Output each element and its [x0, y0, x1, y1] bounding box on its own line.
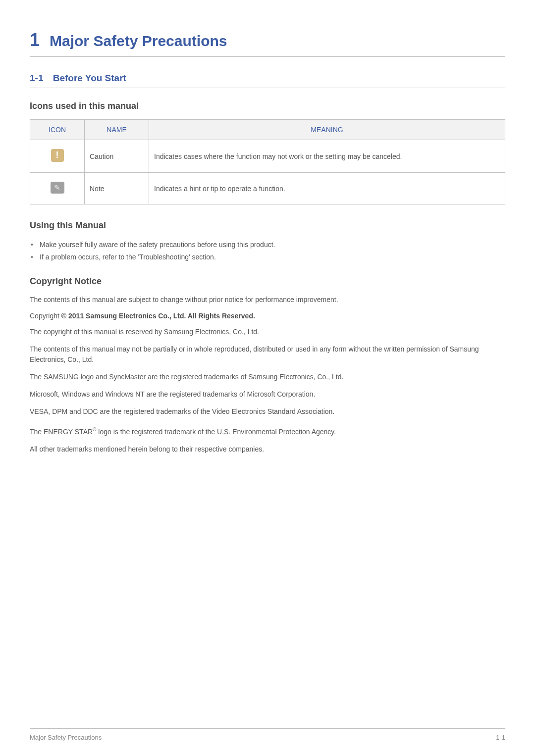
chapter-title: 1 Major Safety Precautions: [30, 30, 505, 57]
list-item: If a problem occurs, refer to the 'Troub…: [30, 251, 505, 263]
icon-cell-caution: [30, 140, 85, 173]
energy-star-post: logo is the registered trademark of the …: [96, 428, 336, 436]
table-row: Note Indicates a hint or tip to operate …: [30, 173, 505, 204]
copyright-section: Copyright Notice The contents of this ma…: [30, 276, 505, 454]
copyright-prefix: Copyright: [30, 312, 61, 320]
header-meaning: MEANING: [149, 120, 505, 140]
copyright-para: VESA, DPM and DDC are the registered tra…: [30, 406, 505, 417]
name-cell: Caution: [85, 140, 149, 173]
copyright-intro: The contents of this manual are subject …: [30, 295, 505, 305]
trademarks-trailing: All other trademarks mentioned herein be…: [30, 444, 505, 454]
copyright-heading: Copyright Notice: [30, 276, 505, 287]
copyright-symbol: ©: [61, 312, 66, 320]
meaning-cell: Indicates a hint or tip to operate a fun…: [149, 173, 505, 204]
page-footer: Major Safety Precautions 1-1: [30, 728, 505, 741]
copyright-line: Copyright © 2011 Samsung Electronics Co.…: [30, 312, 505, 320]
table-header-row: ICON NAME MEANING: [30, 120, 505, 140]
name-cell: Note: [85, 173, 149, 204]
using-manual-section: Using this Manual Make yourself fully aw…: [30, 220, 505, 263]
note-icon: [51, 182, 64, 194]
copyright-para: The contents of this manual may not be p…: [30, 344, 505, 365]
icons-table: ICON NAME MEANING Caution Indicates case…: [30, 119, 505, 204]
footer-left: Major Safety Precautions: [30, 734, 102, 741]
energy-star-pre: The ENERGY STAR: [30, 428, 93, 436]
list-item: Make yourself fully aware of the safety …: [30, 239, 505, 251]
section-title: 1-1 Before You Start: [30, 73, 505, 88]
using-manual-list: Make yourself fully aware of the safety …: [30, 239, 505, 263]
table-row: Caution Indicates cases where the functi…: [30, 140, 505, 173]
copyright-para: The copyright of this manual is reserved…: [30, 327, 505, 337]
header-icon: ICON: [30, 120, 85, 140]
icon-cell-note: [30, 173, 85, 204]
chapter-text: Major Safety Precautions: [50, 33, 227, 50]
energy-star-line: The ENERGY STAR® logo is the registered …: [30, 426, 505, 437]
copyright-text: 2011 Samsung Electronics Co., Ltd. All R…: [66, 312, 255, 320]
footer-right: 1-1: [496, 734, 505, 741]
chapter-number: 1: [30, 30, 40, 50]
meaning-cell: Indicates cases where the function may n…: [149, 140, 505, 173]
copyright-para: Microsoft, Windows and Windows NT are th…: [30, 389, 505, 400]
header-name: NAME: [85, 120, 149, 140]
section-number: 1-1: [30, 73, 43, 83]
copyright-para: The SAMSUNG logo and SyncMaster are the …: [30, 372, 505, 382]
icons-section: Icons used in this manual ICON NAME MEAN…: [30, 101, 505, 204]
section-text: Before You Start: [53, 73, 126, 83]
caution-icon: [51, 149, 64, 162]
icons-heading: Icons used in this manual: [30, 101, 505, 111]
using-manual-heading: Using this Manual: [30, 220, 505, 231]
